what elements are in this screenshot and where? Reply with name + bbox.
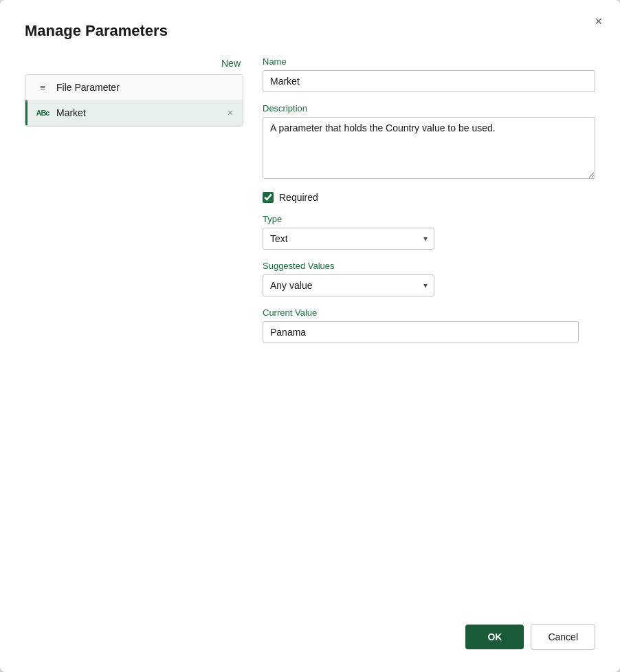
cancel-button[interactable]: Cancel [531, 624, 595, 650]
current-value-label: Current Value [263, 307, 595, 318]
dialog-body: New ≡ File Parameter ABc Market × Na [25, 56, 595, 602]
required-row: Required [263, 192, 595, 203]
suggested-values-select[interactable]: Any value List of values Query [263, 274, 434, 296]
type-label: Type [263, 214, 595, 224]
description-label: Description [263, 103, 595, 113]
required-checkbox[interactable] [263, 192, 274, 203]
name-field-group: Name [263, 56, 595, 92]
suggested-values-field-group: Suggested Values Any value List of value… [263, 261, 595, 296]
dialog-title: Manage Parameters [25, 22, 595, 40]
type-select[interactable]: Text Number Date Date/Time Date/Time/Tim… [263, 228, 434, 250]
current-value-field-group: Current Value [263, 307, 595, 343]
name-label: Name [263, 56, 595, 67]
name-input[interactable] [263, 70, 595, 92]
new-button[interactable]: New [219, 56, 243, 70]
required-label[interactable]: Required [279, 192, 318, 203]
manage-parameters-dialog: × Manage Parameters New ≡ File Parameter… [0, 0, 620, 672]
param-item-label: Market [56, 107, 219, 118]
description-input[interactable]: A parameter that holds the Country value… [263, 117, 595, 179]
type-select-wrapper: Text Number Date Date/Time Date/Time/Tim… [263, 228, 434, 250]
type-field-group: Type Text Number Date Date/Time Date/Tim… [263, 214, 595, 250]
dialog-footer: OK Cancel [25, 602, 595, 650]
new-button-row: New [25, 56, 243, 74]
ok-button[interactable]: OK [465, 625, 524, 649]
right-panel: Name Description A parameter that holds … [263, 56, 595, 602]
parameter-list-container: ≡ File Parameter ABc Market × [25, 74, 243, 127]
list-item[interactable]: ABc Market × [25, 100, 243, 126]
suggested-values-select-wrapper: Any value List of values Query ▾ [263, 274, 434, 296]
suggested-values-label: Suggested Values [263, 261, 595, 271]
param-item-label: File Parameter [56, 82, 234, 93]
close-button[interactable]: × [592, 12, 605, 30]
description-field-group: Description A parameter that holds the C… [263, 103, 595, 181]
current-value-input[interactable] [263, 321, 579, 343]
list-item[interactable]: ≡ File Parameter [25, 75, 243, 100]
abc-icon: ABc [36, 109, 49, 117]
table-icon: ≡ [36, 83, 49, 93]
left-panel: New ≡ File Parameter ABc Market × [25, 56, 243, 602]
param-remove-button[interactable]: × [226, 108, 234, 118]
